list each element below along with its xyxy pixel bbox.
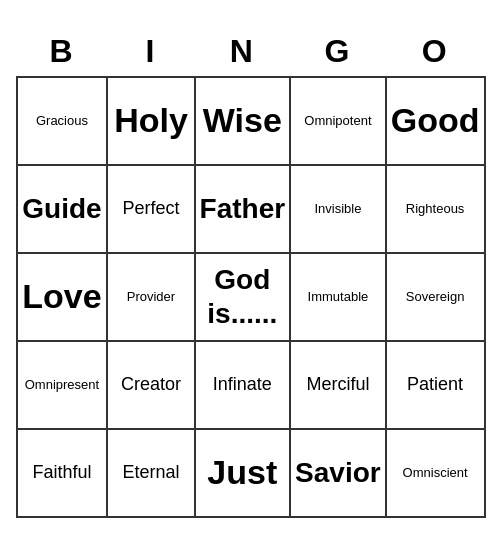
bingo-row-1: GuidePerfectFatherInvisibleRighteous (17, 165, 485, 253)
bingo-cell-3-2: Infinate (195, 341, 291, 429)
bingo-row-0: GraciousHolyWiseOmnipotentGood (17, 77, 485, 165)
bingo-cell-1-1: Perfect (107, 165, 194, 253)
bingo-cell-4-3: Savior (290, 429, 386, 517)
header-letter-i: I (107, 27, 194, 77)
bingo-cell-0-0: Gracious (17, 77, 108, 165)
bingo-card: BINGO GraciousHolyWiseOmnipotentGoodGuid… (16, 27, 486, 518)
bingo-cell-4-1: Eternal (107, 429, 194, 517)
bingo-row-4: FaithfulEternalJustSaviorOmniscient (17, 429, 485, 517)
bingo-cell-2-3: Immutable (290, 253, 386, 341)
bingo-cell-0-4: Good (386, 77, 485, 165)
bingo-cell-1-0: Guide (17, 165, 108, 253)
header-letter-b: B (17, 27, 108, 77)
bingo-cell-4-0: Faithful (17, 429, 108, 517)
bingo-cell-2-1: Provider (107, 253, 194, 341)
bingo-row-3: OmnipresentCreatorInfinateMercifulPatien… (17, 341, 485, 429)
bingo-cell-4-4: Omniscient (386, 429, 485, 517)
header-letter-g: G (290, 27, 386, 77)
bingo-cell-3-0: Omnipresent (17, 341, 108, 429)
bingo-cell-0-1: Holy (107, 77, 194, 165)
bingo-cell-0-3: Omnipotent (290, 77, 386, 165)
bingo-cell-3-3: Merciful (290, 341, 386, 429)
bingo-row-2: LoveProviderGod is......ImmutableSoverei… (17, 253, 485, 341)
bingo-header-row: BINGO (17, 27, 485, 77)
bingo-cell-2-4: Sovereign (386, 253, 485, 341)
bingo-cell-2-2: God is...... (195, 253, 291, 341)
bingo-cell-1-4: Righteous (386, 165, 485, 253)
bingo-cell-1-2: Father (195, 165, 291, 253)
bingo-cell-0-2: Wise (195, 77, 291, 165)
bingo-cell-3-1: Creator (107, 341, 194, 429)
bingo-cell-4-2: Just (195, 429, 291, 517)
header-letter-o: O (386, 27, 485, 77)
header-letter-n: N (195, 27, 291, 77)
bingo-cell-2-0: Love (17, 253, 108, 341)
bingo-cell-1-3: Invisible (290, 165, 386, 253)
bingo-cell-3-4: Patient (386, 341, 485, 429)
